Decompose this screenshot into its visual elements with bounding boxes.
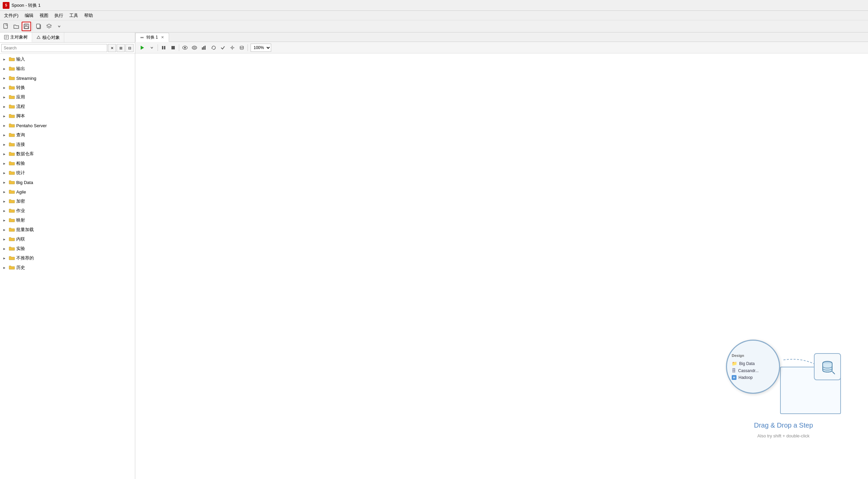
settings-button[interactable]: [228, 43, 237, 52]
drag-drop-area: Design 📁 Big Data 🗄 Cassandr... H Ha: [726, 340, 841, 438]
run-button[interactable]: [138, 43, 147, 52]
tree-item[interactable]: ► 映射: [0, 215, 135, 225]
svg-rect-14: [171, 46, 175, 49]
canvas-area[interactable]: Design 📁 Big Data 🗄 Cassandr... H Ha: [135, 53, 868, 479]
left-panel: 主对象树 核心对象 ✕ ⊞ ⊟ ►: [0, 32, 135, 479]
pause-button[interactable]: [159, 43, 168, 52]
tree-item[interactable]: ► 历史: [0, 263, 135, 272]
tree-item[interactable]: ► 连接: [0, 140, 135, 149]
dropdown-arrow-button[interactable]: [54, 22, 64, 31]
canvas-tab-label: 转换 1: [146, 35, 158, 40]
canvas-tab-transform1[interactable]: 转换 1 ✕: [135, 33, 169, 42]
folder-icon: [9, 265, 15, 271]
run-dropdown[interactable]: [147, 43, 156, 52]
tree-item[interactable]: ► 统计: [0, 168, 135, 178]
folder-big-data-icon: 📁: [732, 361, 737, 366]
menu-edit[interactable]: 编辑: [22, 12, 36, 19]
tree-item[interactable]: ► 流程: [0, 102, 135, 111]
search-bar: ✕ ⊞ ⊟: [0, 43, 135, 54]
search-expand-button[interactable]: ⊞: [117, 44, 125, 52]
tree-chevron: ►: [3, 76, 7, 80]
tree-item-label: 统计: [16, 170, 25, 176]
hadoop-item: H Hadoop: [730, 374, 776, 381]
tree-chevron: ►: [3, 200, 7, 203]
tree-item[interactable]: ► Agile: [0, 187, 135, 197]
search-input[interactable]: [1, 44, 107, 52]
svg-rect-21: [203, 46, 204, 50]
canvas-tool-sep-1: [158, 44, 158, 51]
new-file-button[interactable]: [1, 22, 11, 31]
tree-item-label: 输出: [16, 66, 25, 72]
tree-item[interactable]: ► 内联: [0, 234, 135, 244]
main-area: 主对象树 核心对象 ✕ ⊞ ⊟ ►: [0, 32, 868, 479]
magnifier-circle: Design 📁 Big Data 🗄 Cassandr... H Ha: [726, 340, 780, 394]
canvas-tool-sep-3: [248, 44, 248, 51]
cassandra-item: 🗄 Cassandr...: [730, 367, 776, 374]
tab-core-objects[interactable]: 核心对象: [32, 32, 64, 42]
tree-item[interactable]: ► 查询: [0, 130, 135, 140]
tree-item[interactable]: ► 检验: [0, 159, 135, 168]
folder-icon: [9, 180, 15, 185]
tree-chevron: ►: [3, 152, 7, 156]
zoom-select[interactable]: 100% 75% 50% 150% 200%: [251, 44, 271, 52]
tree-item[interactable]: ► 应用: [0, 92, 135, 102]
svg-rect-12: [162, 46, 163, 49]
db-step-icon: [819, 359, 836, 375]
db-button[interactable]: [237, 43, 246, 52]
menu-run[interactable]: 执行: [52, 12, 66, 19]
menu-help[interactable]: 帮助: [81, 12, 96, 19]
open-file-button[interactable]: [11, 22, 21, 31]
menu-file[interactable]: 文件(F): [1, 12, 21, 19]
tree-item[interactable]: ► 输出: [0, 64, 135, 73]
canvas-tab-close[interactable]: ✕: [160, 35, 165, 40]
folder-icon: [9, 66, 15, 72]
tree-item[interactable]: ► 不推荐的: [0, 253, 135, 263]
verify-button[interactable]: [218, 43, 227, 52]
tree-item[interactable]: ► Pentaho Server: [0, 121, 135, 130]
tree-item[interactable]: ► 实验: [0, 244, 135, 253]
search-collapse-button[interactable]: ⊟: [125, 44, 134, 52]
tree-chevron: ►: [3, 181, 7, 184]
tree-item[interactable]: ► 转换: [0, 83, 135, 92]
debug-button[interactable]: [190, 43, 199, 52]
layers-button[interactable]: [44, 22, 54, 31]
tree-chevron: ►: [3, 219, 7, 222]
menu-view[interactable]: 视图: [37, 12, 51, 19]
folder-icon: [9, 246, 15, 252]
replay-icon: [211, 45, 216, 50]
svg-rect-0: [4, 24, 7, 28]
svg-point-24: [232, 47, 233, 48]
tree-item[interactable]: ► 输入: [0, 54, 135, 64]
tree-item-label: 作业: [16, 208, 25, 214]
step-metrics-button[interactable]: [200, 43, 208, 52]
stop-button[interactable]: [169, 43, 178, 52]
tree-item[interactable]: ► 作业: [0, 206, 135, 215]
svg-marker-6: [47, 24, 51, 27]
canvas-tool-sep-2: [179, 44, 179, 51]
tab-main-tree[interactable]: 主对象树: [0, 32, 32, 42]
tree-item[interactable]: ► 加密: [0, 197, 135, 206]
folder-icon: [9, 218, 15, 223]
copy-button[interactable]: [34, 22, 44, 31]
tree-item[interactable]: ► 批量加载: [0, 225, 135, 234]
menu-tools[interactable]: 工具: [67, 12, 81, 19]
folder-icon: [9, 151, 15, 157]
tree-item[interactable]: ► Streaming: [0, 73, 135, 83]
tree-chevron: ►: [3, 86, 7, 90]
search-clear-button[interactable]: ✕: [108, 44, 116, 52]
tree-chevron: ►: [3, 256, 7, 260]
folder-icon: [9, 75, 15, 81]
tree-chevron: ►: [3, 133, 7, 137]
canvas-tabs: 转换 1 ✕: [135, 32, 868, 42]
tree-item[interactable]: ► Big Data: [0, 178, 135, 187]
save-file-button[interactable]: [22, 22, 31, 31]
layers-icon: [46, 23, 52, 29]
tree-chevron: ►: [3, 58, 7, 61]
tree-item[interactable]: ► 数据仓库: [0, 149, 135, 159]
preview-button[interactable]: [181, 43, 189, 52]
replay-button[interactable]: [209, 43, 218, 52]
tree-item-label: Big Data: [16, 180, 33, 185]
main-toolbar: [0, 20, 868, 32]
pause-icon: [161, 45, 166, 50]
tree-item[interactable]: ► 脚本: [0, 111, 135, 121]
